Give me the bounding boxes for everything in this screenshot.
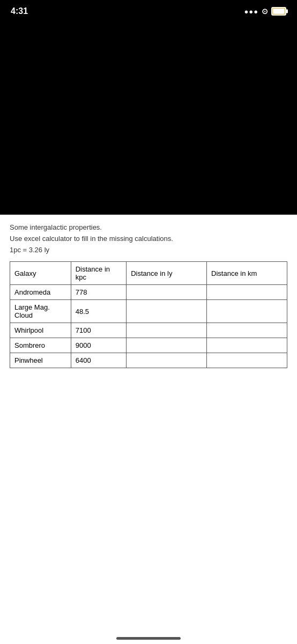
km-value	[207, 323, 287, 338]
kpc-value: 48.5	[71, 300, 126, 323]
header-galaxy: Galaxy	[10, 262, 71, 285]
table-header-row: Galaxy Distance in kpc Distance in ly Di…	[10, 262, 287, 285]
table-row: Sombrero 9000	[10, 338, 287, 353]
galaxy-name: Pinwheel	[10, 353, 71, 368]
table-row: Pinwheel 6400	[10, 353, 287, 368]
ly-value	[127, 285, 207, 300]
status-icons: ●●● ⊙	[244, 7, 286, 16]
time-display: 4:31	[11, 6, 28, 16]
ly-value	[127, 323, 207, 338]
km-value	[207, 300, 287, 323]
formula-text: 1pc = 3.26 ly	[10, 246, 287, 254]
galaxy-name: Whirlpool	[10, 323, 71, 338]
galaxy-name: Andromeda	[10, 285, 71, 300]
table-row: Andromeda 778	[10, 285, 287, 300]
ly-value	[127, 300, 207, 323]
galaxy-name: Sombrero	[10, 338, 71, 353]
km-value	[207, 338, 287, 353]
ly-value	[127, 338, 207, 353]
kpc-value: 6400	[71, 353, 126, 368]
table-row: Large Mag.Cloud 48.5	[10, 300, 287, 323]
ly-value	[127, 353, 207, 368]
galaxy-name: Large Mag.Cloud	[10, 300, 71, 323]
header-km: Distance in km	[207, 262, 287, 285]
km-value	[207, 353, 287, 368]
header-kpc: Distance in kpc	[71, 262, 126, 285]
table-row: Whirlpool 7100	[10, 323, 287, 338]
kpc-value: 9000	[71, 338, 126, 353]
home-indicator[interactable]	[116, 637, 181, 640]
subtitle-text: Some intergalactic properties.	[10, 223, 287, 231]
galaxy-table: Galaxy Distance in kpc Distance in ly Di…	[10, 261, 287, 368]
km-value	[207, 285, 287, 300]
header-ly: Distance in ly	[127, 262, 207, 285]
wifi-icon: ⊙	[262, 7, 268, 16]
kpc-value: 7100	[71, 323, 126, 338]
signal-icon: ●●●	[244, 8, 258, 16]
battery-icon	[271, 7, 286, 16]
kpc-value: 778	[71, 285, 126, 300]
content-area: Some intergalactic properties. Use excel…	[0, 215, 297, 644]
status-bar: 4:31 ●●● ⊙	[0, 0, 297, 20]
instruction-text: Use excel calculator to fill in the miss…	[10, 235, 287, 243]
